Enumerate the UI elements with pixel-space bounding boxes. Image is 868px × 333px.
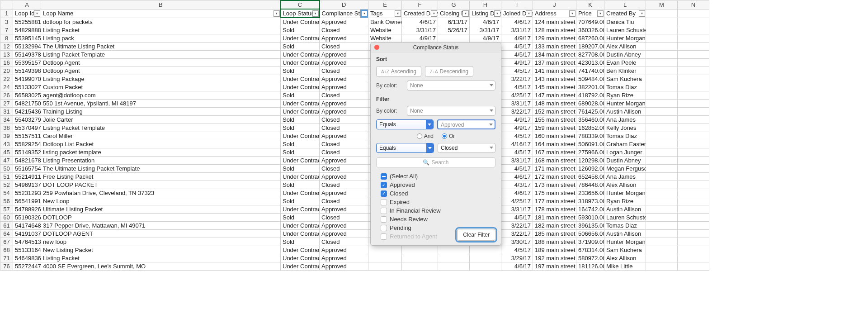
cell-I60[interactable]: 4/5/17 [501,214,533,222]
cell-B39[interactable]: Carol Miller [41,132,281,140]
cell-E8[interactable]: Website [368,34,402,43]
cell-C50[interactable]: Sold [281,165,320,173]
cell-L24[interactable]: Tomas Diaz [604,83,646,91]
header-M[interactable] [646,9,678,18]
row-header-22[interactable]: 22 [0,75,13,83]
cell-C76[interactable]: Under Contract [281,262,320,271]
cell-L57[interactable]: Austin Allison [604,205,646,214]
filter-by-color-select[interactable]: None [407,106,495,116]
cell-L12[interactable]: Alex Allison [604,43,646,51]
cell-C24[interactable]: Under Contract [281,83,320,91]
row-header-12[interactable]: 12 [0,43,13,51]
cell-M7[interactable] [646,26,678,34]
cell-F80[interactable] [402,271,438,271]
cell-K45[interactable]: 275966.00 [576,148,604,157]
cell-I45[interactable]: 4/5/17 [501,148,533,157]
row-header-76[interactable]: 76 [0,262,13,271]
cell-D45[interactable]: Closed [320,148,368,157]
cell-D27[interactable]: Approved [320,100,368,108]
cell-G68[interactable] [438,246,470,254]
filter-icon-A[interactable] [34,10,40,17]
cell-I16[interactable]: 4/9/17 [501,59,533,67]
or-radio[interactable]: Or [442,133,455,139]
sort-ascending-button[interactable]: A↓Z Ascending [376,66,421,77]
filter-icon-L[interactable] [639,10,645,17]
cell-J47[interactable]: 168 main street [533,157,576,165]
sort-descending-button[interactable]: Z↓A Descending [425,66,473,77]
cell-J52[interactable]: 173 main street [533,181,576,189]
cell-J31[interactable]: 152 main street [533,108,576,116]
cell-C71[interactable]: Under Contract [281,254,320,262]
cell-I38[interactable]: 4/9/17 [501,124,533,132]
cell-M22[interactable] [646,75,678,83]
cell-M45[interactable] [646,148,678,157]
cell-I34[interactable]: 4/9/17 [501,116,533,124]
cell-K26[interactable]: 418792.00 [576,91,604,100]
cell-K57[interactable]: 164742.00 [576,205,604,214]
cell-C45[interactable]: Sold [281,148,320,157]
cell-K71[interactable]: 580972.00 [576,254,604,262]
cell-I27[interactable]: 3/31/17 [501,100,533,108]
cell-G7[interactable]: 5/26/17 [438,26,470,34]
cell-M76[interactable] [646,262,678,271]
cell-L80[interactable]: Alex Allison [604,271,646,271]
col-letter-E[interactable]: E [368,0,402,9]
cell-G80[interactable] [438,271,470,271]
cell-N39[interactable] [678,132,709,140]
cell-A24[interactable]: 55133027 [13,83,41,91]
cell-J56[interactable]: 177 main street [533,197,576,205]
cell-D22[interactable]: Approved [320,75,368,83]
cell-N71[interactable] [678,254,709,262]
cell-L8[interactable]: Hunter Morgan [604,34,646,43]
cell-I64[interactable]: 3/22/17 [501,230,533,238]
cell-D68[interactable]: Approved [320,246,368,254]
cell-M64[interactable] [646,230,678,238]
cell-A38[interactable]: 55370497 [13,124,41,132]
cell-M13[interactable] [646,51,678,59]
cell-J76[interactable]: 197 main street [533,262,576,271]
cell-N57[interactable] [678,205,709,214]
cell-A13[interactable]: 55149378 [13,51,41,59]
cell-N20[interactable] [678,67,709,75]
cell-J39[interactable]: 160 main street [533,132,576,140]
cell-M3[interactable] [646,18,678,26]
cell-A12[interactable]: 55132994 [13,43,41,51]
cell-N51[interactable] [678,173,709,181]
cell-C80[interactable]: Sold [281,271,320,271]
col-letter-I[interactable]: I [501,0,533,9]
row-header-27[interactable]: 27 [0,100,13,108]
cell-N13[interactable] [678,51,709,59]
cell-I43[interactable]: 4/16/17 [501,140,533,148]
cell-A26[interactable]: 56583025 [13,91,41,100]
cell-I3[interactable]: 4/6/17 [501,18,533,26]
cell-B3[interactable]: dotloop for packets [41,18,281,26]
cell-C39[interactable]: Under Contract [281,132,320,140]
cell-B64[interactable]: DOTLOOP AGENT [41,230,281,238]
cell-D60[interactable]: Closed [320,214,368,222]
cell-M80[interactable] [646,271,678,271]
cell-K68[interactable]: 678314.00 [576,246,604,254]
cell-L71[interactable]: Alex Allison [604,254,646,262]
cell-I12[interactable]: 4/5/17 [501,43,533,51]
cell-C8[interactable]: Under Contract [281,34,320,43]
cell-K31[interactable]: 761425.00 [576,108,604,116]
cell-J16[interactable]: 137 main street [533,59,576,67]
row-header-51[interactable]: 51 [0,173,13,181]
cell-D20[interactable]: Closed [320,67,368,75]
cell-C56[interactable]: Sold [281,197,320,205]
cell-D61[interactable]: Approved [320,222,368,230]
filter-operator-1[interactable]: Equals [376,119,434,129]
cell-A8[interactable]: 55395145 [13,34,41,43]
cell-L56[interactable]: Ryan Rize [604,197,646,205]
cell-K43[interactable]: 506091.00 [576,140,604,148]
cell-J71[interactable]: 192 main street [533,254,576,262]
cell-D26[interactable]: Closed [320,91,368,100]
cell-N68[interactable] [678,246,709,254]
cell-I51[interactable]: 4/6/17 [501,173,533,181]
cell-I57[interactable]: 3/31/17 [501,205,533,214]
filter-icon-D[interactable] [361,10,368,17]
cell-N22[interactable] [678,75,709,83]
cell-N50[interactable] [678,165,709,173]
cell-D50[interactable]: Closed [320,165,368,173]
cell-J34[interactable]: 155 main street [533,116,576,124]
